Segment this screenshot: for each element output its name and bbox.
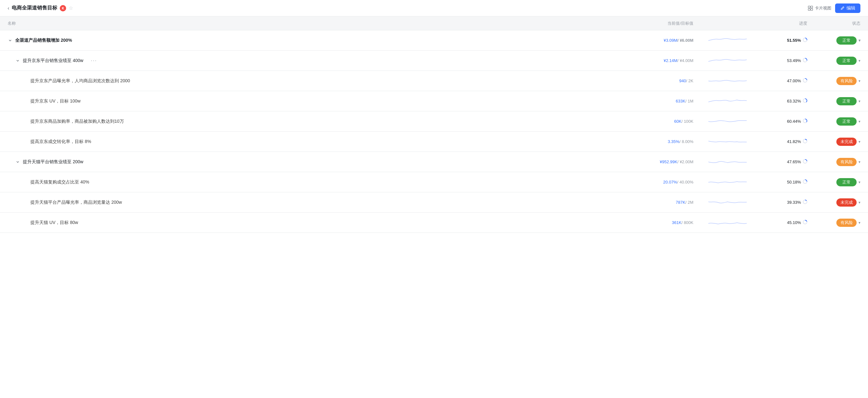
- row-name-text: 提升京东 UV，目标 100w: [30, 98, 81, 104]
- svg-rect-1: [811, 6, 813, 8]
- table-row: 提升京东产品曝光率，人均商品浏览次数达到 2000940/ 2K47.00%有风…: [0, 71, 868, 91]
- name-cell: 提升京东产品曝光率，人均商品浏览次数达到 2000: [8, 78, 614, 84]
- row-name-text: 提高京东成交转化率，目标 8%: [30, 139, 91, 145]
- sparkline-chart: [709, 196, 747, 209]
- status-badge: 正常: [836, 36, 857, 44]
- name-cell: 提高京东成交转化率，目标 8%: [8, 139, 614, 145]
- value-current: 787K: [676, 200, 685, 205]
- svg-rect-3: [811, 8, 813, 10]
- status-dropdown-icon[interactable]: ▾: [859, 38, 860, 43]
- value-cell: 20.07%/ 40.00%: [614, 180, 696, 184]
- value-target: 2M: [688, 200, 693, 205]
- title-badge: K: [60, 5, 66, 11]
- progress-cell: 60.44%: [759, 119, 810, 124]
- status-dropdown-icon[interactable]: ▾: [859, 200, 860, 205]
- status-dropdown-icon[interactable]: ▾: [859, 79, 860, 83]
- expand-icon[interactable]: [8, 38, 13, 43]
- value-current: 60K: [674, 119, 681, 124]
- table-body: 全渠道产品销售额增加 200%¥3.09M/ ¥6.00M51.55%正常▾提升…: [0, 30, 868, 233]
- status-cell: 正常▾: [810, 57, 860, 65]
- status-badge: 有风险: [836, 219, 857, 227]
- name-cell: 提升天猫 UV，目标 80w: [8, 220, 614, 225]
- progress-text: 47.00%: [787, 79, 801, 83]
- status-dropdown-icon[interactable]: ▾: [859, 99, 860, 103]
- status-dropdown-icon[interactable]: ▾: [859, 180, 860, 184]
- value-target: ¥6.00M: [680, 38, 693, 43]
- col-header-name: 名称: [8, 21, 614, 26]
- value-cell: 787K/ 2M: [614, 200, 696, 205]
- svg-rect-0: [808, 6, 810, 8]
- value-current: 940: [679, 79, 686, 83]
- back-icon[interactable]: ‹: [8, 5, 9, 11]
- trend-cell: [696, 196, 759, 209]
- value-cell: 633K/ 1M: [614, 99, 696, 103]
- table-row: 提升京东商品加购率，商品被加购人数达到10万60K/ 100K60.44%正常▾: [0, 111, 868, 132]
- progress-cell: 47.00%: [759, 78, 810, 84]
- status-cell: 正常▾: [810, 178, 860, 186]
- name-cell: 提升天猫平台销售业绩至 200w: [8, 159, 614, 165]
- page-title: 电商全渠道销售目标: [12, 5, 57, 11]
- sparkline-chart: [709, 216, 747, 229]
- status-cell: 正常▾: [810, 36, 860, 44]
- value-target: 8.00%: [682, 139, 693, 144]
- status-dropdown-icon[interactable]: ▾: [859, 140, 860, 144]
- progress-text: 53.49%: [787, 58, 801, 63]
- row-name-text: 提高天猫复购成交占比至 40%: [30, 179, 89, 185]
- status-dropdown-icon[interactable]: ▾: [859, 59, 860, 63]
- progress-pie-icon: [803, 179, 807, 185]
- app-header: ‹ 电商全渠道销售目标 K ☆ 卡片视图 编辑: [0, 0, 868, 17]
- progress-text: 51.55%: [787, 38, 801, 43]
- progress-pie-icon: [803, 200, 807, 205]
- edit-button[interactable]: 编辑: [835, 3, 860, 13]
- sparkline-chart: [709, 54, 747, 67]
- value-target: ¥4.00M: [680, 58, 693, 63]
- table-header: 名称 当前值/目标值 进度 状态: [0, 17, 868, 30]
- expand-icon[interactable]: [15, 58, 20, 63]
- value-target: 800K: [684, 220, 693, 225]
- name-cell: 提升京东平台销售业绩至 400w···: [8, 58, 614, 64]
- name-cell: 提升京东商品加购率，商品被加购人数达到10万: [8, 119, 614, 124]
- name-cell: 提升京东 UV，目标 100w: [8, 98, 614, 104]
- table-row: 提升天猫平台产品曝光率，商品浏览量达 200w787K/ 2M39.33%未完成…: [0, 192, 868, 213]
- row-name-text: 全渠道产品销售额增加 200%: [15, 38, 72, 43]
- progress-cell: 53.49%: [759, 58, 810, 63]
- progress-pie-icon: [803, 139, 807, 144]
- progress-pie-icon: [803, 159, 807, 164]
- trend-cell: [696, 156, 759, 168]
- star-icon[interactable]: ☆: [69, 5, 73, 11]
- more-icon[interactable]: ···: [91, 58, 97, 64]
- value-current: 361K: [672, 220, 681, 225]
- sparkline-chart: [709, 135, 747, 148]
- status-dropdown-icon[interactable]: ▾: [859, 220, 860, 225]
- value-cell: 361K/ 800K: [614, 220, 696, 225]
- trend-cell: [696, 54, 759, 67]
- table-row: 提升天猫 UV，目标 80w361K/ 800K45.10%有风险▾: [0, 213, 868, 233]
- status-dropdown-icon[interactable]: ▾: [859, 160, 860, 164]
- progress-text: 45.10%: [787, 220, 801, 225]
- status-dropdown-icon[interactable]: ▾: [859, 119, 860, 124]
- sparkline-chart: [709, 75, 747, 87]
- value-cell: 940/ 2K: [614, 79, 696, 83]
- value-target: 40.00%: [679, 180, 693, 184]
- status-cell: 有风险▾: [810, 77, 860, 85]
- status-cell: 未完成▾: [810, 137, 860, 146]
- value-current: 20.07%: [663, 180, 677, 184]
- row-name-text: 提升京东商品加购率，商品被加购人数达到10万: [30, 119, 124, 124]
- header-left: ‹ 电商全渠道销售目标 K ☆: [8, 5, 73, 11]
- row-name-text: 提升京东平台销售业绩至 400w: [23, 58, 83, 64]
- expand-icon[interactable]: [15, 159, 20, 164]
- table-row: 提升京东平台销售业绩至 400w···¥2.14M/ ¥4.00M53.49%正…: [0, 51, 868, 71]
- progress-cell: 41.82%: [759, 139, 810, 144]
- edit-label: 编辑: [846, 5, 855, 11]
- status-cell: 正常▾: [810, 97, 860, 105]
- value-current: 3.35%: [668, 139, 679, 144]
- view-toggle[interactable]: 卡片视图: [808, 5, 831, 11]
- value-target: 100K: [684, 119, 693, 124]
- progress-text: 39.33%: [787, 200, 801, 205]
- status-badge: 正常: [836, 97, 857, 105]
- sparkline-chart: [709, 34, 747, 47]
- edit-icon: [840, 6, 845, 10]
- progress-cell: 39.33%: [759, 200, 810, 205]
- progress-pie-icon: [803, 38, 807, 43]
- row-name-text: 提升京东产品曝光率，人均商品浏览次数达到 2000: [30, 78, 130, 84]
